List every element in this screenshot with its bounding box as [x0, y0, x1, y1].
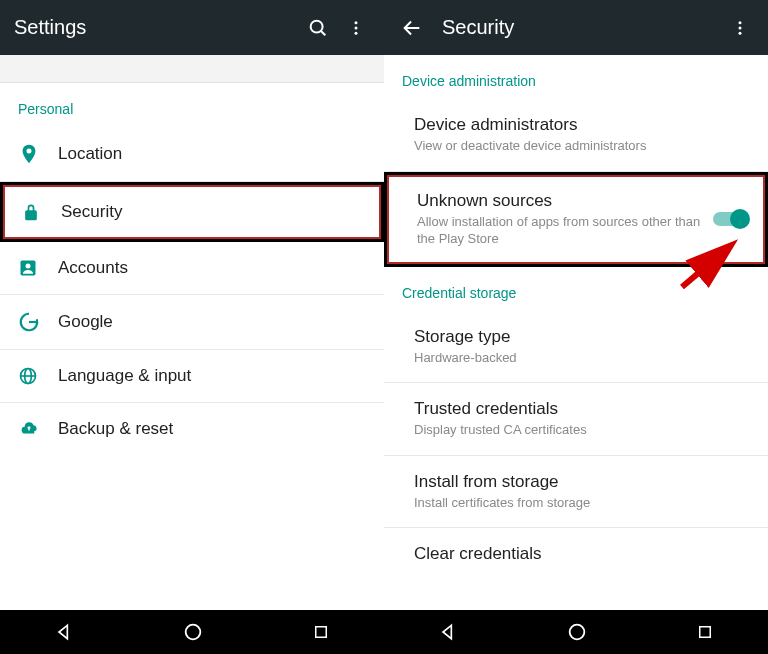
screen-security: Security Device administration Device ad… — [384, 0, 768, 654]
security-list: Device administration Device administrat… — [384, 55, 768, 610]
location-icon — [18, 143, 58, 165]
globe-icon — [18, 366, 58, 386]
svg-point-17 — [570, 625, 585, 640]
switch-on-icon — [713, 212, 747, 226]
row-label: Location — [58, 144, 366, 164]
row-label: Accounts — [58, 258, 366, 278]
nav-recent-icon[interactable] — [696, 623, 714, 641]
search-icon[interactable] — [304, 14, 332, 42]
appbar-title: Settings — [14, 16, 294, 39]
row-sub: View or deactivate device administrators — [414, 137, 750, 155]
row-title: Device administrators — [414, 115, 750, 135]
lock-icon — [21, 201, 61, 223]
appbar-title: Security — [442, 16, 716, 39]
row-label: Security — [61, 202, 363, 222]
divider — [0, 55, 384, 83]
navbar — [0, 610, 384, 654]
row-security[interactable]: Security — [0, 182, 384, 242]
row-sub: Display trusted CA certificates — [414, 421, 750, 439]
row-sub: Install certificates from storage — [414, 494, 750, 512]
row-title: Trusted credentials — [414, 399, 750, 419]
row-sub: Hardware-backed — [414, 349, 750, 367]
screen-settings: Settings Personal Location Securit — [0, 0, 384, 654]
row-title: Storage type — [414, 327, 750, 347]
row-install[interactable]: Install from storage Install certificate… — [384, 456, 768, 529]
row-trusted[interactable]: Trusted credentials Display trusted CA c… — [384, 383, 768, 456]
appbar-security: Security — [384, 0, 768, 55]
google-icon — [18, 311, 58, 333]
svg-point-0 — [311, 20, 323, 32]
row-language[interactable]: Language & input — [0, 350, 384, 403]
row-title: Unknown sources — [417, 191, 707, 211]
nav-home-icon[interactable] — [182, 621, 204, 643]
nav-recent-icon[interactable] — [312, 623, 330, 641]
svg-point-13 — [739, 21, 742, 24]
svg-rect-18 — [700, 627, 711, 638]
section-personal: Personal — [0, 83, 384, 127]
row-label: Backup & reset — [58, 419, 366, 439]
row-unknown-sources[interactable]: Unknown sources Allow installation of ap… — [384, 172, 768, 267]
svg-rect-11 — [316, 627, 327, 638]
backup-icon — [18, 420, 58, 438]
row-storage-type[interactable]: Storage type Hardware-backed — [384, 311, 768, 384]
nav-home-icon[interactable] — [566, 621, 588, 643]
overflow-icon[interactable] — [726, 14, 754, 42]
navbar — [384, 610, 768, 654]
svg-point-10 — [186, 625, 201, 640]
account-icon — [18, 258, 58, 278]
row-label: Google — [58, 312, 366, 332]
row-google[interactable]: Google — [0, 295, 384, 350]
svg-point-3 — [355, 26, 358, 29]
settings-list: Personal Location Security Accounts — [0, 55, 384, 610]
svg-point-14 — [739, 26, 742, 29]
svg-point-6 — [26, 263, 31, 268]
nav-back-icon[interactable] — [438, 622, 458, 642]
nav-back-icon[interactable] — [54, 622, 74, 642]
overflow-icon[interactable] — [342, 14, 370, 42]
row-location[interactable]: Location — [0, 127, 384, 182]
svg-point-2 — [355, 21, 358, 24]
row-backup[interactable]: Backup & reset — [0, 403, 384, 455]
section-credential: Credential storage — [384, 267, 768, 311]
row-title: Install from storage — [414, 472, 750, 492]
appbar-settings: Settings — [0, 0, 384, 55]
svg-line-1 — [321, 30, 325, 34]
row-accounts[interactable]: Accounts — [0, 242, 384, 295]
svg-point-4 — [355, 31, 358, 34]
row-sub: Allow installation of apps from sources … — [417, 213, 707, 248]
row-device-admin[interactable]: Device administrators View or deactivate… — [384, 99, 768, 172]
back-arrow-icon[interactable] — [398, 14, 426, 42]
row-label: Language & input — [58, 366, 366, 386]
svg-point-15 — [739, 31, 742, 34]
unknown-sources-toggle[interactable] — [707, 212, 747, 226]
row-title: Clear credentials — [414, 544, 750, 564]
row-clear[interactable]: Clear credentials — [384, 528, 768, 580]
section-device-admin: Device administration — [384, 55, 768, 99]
